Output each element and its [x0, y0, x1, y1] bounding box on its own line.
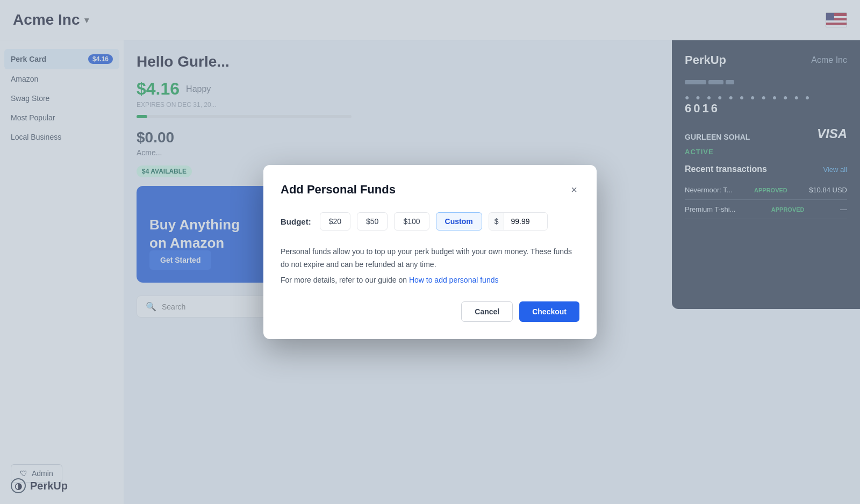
- budget-option-20[interactable]: $20: [320, 212, 350, 231]
- currency-symbol: $: [489, 213, 505, 230]
- modal-close-button[interactable]: ×: [569, 182, 579, 197]
- guide-link[interactable]: How to add personal funds: [409, 276, 499, 284]
- budget-row: Budget: $20 $50 $100 Custom $: [281, 212, 579, 231]
- budget-option-custom[interactable]: Custom: [436, 212, 482, 231]
- add-personal-funds-modal: Add Personal Funds × Budget: $20 $50 $10…: [263, 165, 597, 339]
- modal-title: Add Personal Funds: [281, 183, 396, 197]
- budget-option-50[interactable]: $50: [357, 212, 388, 231]
- modal-header: Add Personal Funds ×: [281, 182, 579, 197]
- cancel-button[interactable]: Cancel: [461, 301, 513, 322]
- custom-amount-input[interactable]: [504, 213, 547, 230]
- modal-backdrop: Add Personal Funds × Budget: $20 $50 $10…: [0, 0, 860, 504]
- checkout-button[interactable]: Checkout: [519, 301, 579, 322]
- modal-actions: Cancel Checkout: [281, 301, 579, 322]
- modal-guide: For more details, refer to our guide on …: [281, 276, 579, 284]
- modal-description: Personal funds allow you to top up your …: [281, 246, 579, 271]
- budget-label: Budget:: [281, 217, 311, 226]
- custom-amount-input-wrap: $: [489, 212, 548, 231]
- budget-option-100[interactable]: $100: [394, 212, 429, 231]
